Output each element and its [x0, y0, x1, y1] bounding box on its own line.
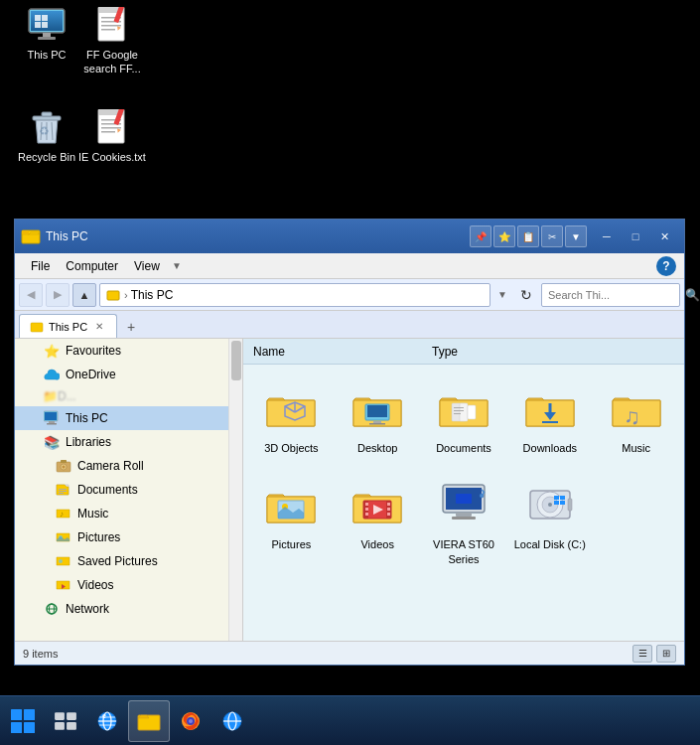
quick-pin-btn[interactable]: 📌 [470, 225, 491, 247]
sidebar-scroll-thumb[interactable] [231, 341, 241, 380]
close-button[interactable]: ✕ [650, 223, 678, 250]
svg-rect-33 [22, 230, 29, 234]
sidebar-item-onedrive[interactable]: OneDrive [15, 363, 242, 386]
menu-more-btn[interactable]: ▼ [168, 257, 186, 275]
ie-button[interactable]: e [86, 700, 128, 742]
sidebar-item-libraries[interactable]: 📚 Libraries [15, 430, 242, 454]
file-item-desktop[interactable]: Desktop [338, 372, 418, 463]
tab-label: This PC [49, 321, 87, 333]
svg-rect-47 [59, 493, 64, 494]
sidebar-item-network[interactable]: Network [15, 597, 242, 621]
svg-rect-67 [460, 403, 468, 421]
address-path[interactable]: › This PC [99, 283, 490, 307]
svg-rect-89 [387, 513, 390, 516]
sidebar-item-music[interactable]: ♪ Music [15, 502, 242, 525]
svg-rect-45 [59, 489, 67, 490]
ie-cookies-icon [92, 107, 132, 147]
desktop-icon-this-pc[interactable]: This PC [12, 5, 81, 62]
file-item-downloads[interactable]: Downloads [509, 372, 590, 463]
windows-logo-icon [9, 707, 37, 735]
ie-icon: e [95, 709, 119, 733]
task-view-icon [54, 709, 77, 733]
desktop-icon-ie-cookies-label: IE Cookies.txt [78, 150, 146, 164]
help-button[interactable]: ? [656, 256, 676, 276]
sidebar-item-this-pc[interactable]: This PC [15, 406, 242, 430]
sidebar-item-camera-roll[interactable]: Camera Roll [15, 454, 242, 478]
sidebar-item-pictures[interactable]: Pictures [15, 525, 242, 549]
desktop-icon-ie-cookies[interactable]: IE Cookies.txt [77, 107, 147, 164]
sidebar-item-documents[interactable]: Documents [15, 478, 242, 502]
file-item-pictures-label: Pictures [272, 537, 312, 551]
view-details-btn[interactable]: ☰ [632, 645, 652, 663]
minimize-button[interactable]: ─ [593, 223, 621, 250]
search-input[interactable] [548, 289, 685, 301]
file-item-desktop-label: Desktop [357, 441, 397, 455]
tab-close-btn[interactable]: ✕ [92, 320, 106, 334]
svg-rect-110 [24, 709, 35, 720]
quick-down-btn[interactable]: ▼ [565, 225, 587, 247]
sidebar-item-camera-roll-label: Camera Roll [77, 459, 144, 473]
maximize-button[interactable]: □ [622, 223, 649, 250]
svg-rect-46 [59, 491, 67, 492]
tab-this-pc[interactable]: This PC ✕ [19, 314, 117, 338]
explorer-window-icon [21, 226, 41, 246]
col-type[interactable]: Type [428, 345, 627, 359]
sidebar-item-saved-pictures[interactable]: Saved Pictures [15, 549, 242, 573]
svg-rect-64 [369, 423, 385, 425]
firefox-button[interactable] [170, 700, 211, 742]
menu-file[interactable]: File [23, 256, 58, 276]
file-explorer-taskbar-button[interactable] [128, 700, 170, 742]
sidebar-scrollbar[interactable] [228, 339, 242, 641]
explorer-window: This PC 📌 ⭐ 📋 ✂ ▼ ─ □ ✕ File Computer Vi… [14, 219, 685, 666]
new-tab-button[interactable]: + [120, 316, 142, 338]
address-bar: ◀ ▶ ▲ › This PC ▼ ↻ 🔍 [15, 279, 684, 311]
file-item-pictures[interactable]: Pictures [251, 469, 332, 574]
file-item-local-disk-label: Local Disk (C:) [514, 537, 586, 551]
view-icons-btn[interactable]: ⊞ [656, 645, 676, 663]
svg-rect-69 [454, 407, 464, 408]
ie2-button[interactable] [211, 700, 253, 742]
menu-view[interactable]: View [126, 256, 168, 276]
sidebar-item-blurred[interactable]: 📁 D... [15, 386, 242, 406]
quick-fav-btn[interactable]: ⭐ [493, 225, 515, 247]
up-button[interactable]: ▲ [72, 283, 96, 307]
sidebar-item-favourites-label: Favourites [66, 344, 121, 358]
desktop-icon-recycle-bin-label: Recycle Bin [18, 150, 75, 164]
file-item-documents[interactable]: Documents [424, 372, 504, 463]
tab-icon [30, 320, 44, 334]
this-pc-icon [27, 5, 67, 45]
quick-move-btn[interactable]: ✂ [541, 225, 563, 247]
svg-rect-39 [47, 423, 57, 425]
quick-copy-btn[interactable]: 📋 [517, 225, 539, 247]
sidebar-item-videos[interactable]: Videos [15, 573, 242, 597]
forward-button[interactable]: ▶ [46, 283, 70, 307]
folder-downloads-icon [522, 380, 578, 436]
folder-pictures-icon [263, 477, 319, 532]
desktop-icon-recycle-bin[interactable]: ♻ Recycle Bin [12, 107, 81, 164]
svg-rect-19 [42, 112, 52, 116]
search-icon[interactable]: 🔍 [685, 288, 700, 302]
svg-rect-112 [24, 722, 35, 733]
ie2-icon [220, 709, 244, 733]
file-item-viera[interactable]: VIERA ST60 Series [424, 469, 504, 574]
start-button[interactable] [0, 698, 45, 743]
ff-google-icon [92, 5, 132, 45]
sidebar-item-music-label: Music [77, 507, 108, 521]
file-item-music-label: Music [622, 441, 650, 455]
file-item-local-disk[interactable]: Local Disk (C:) [509, 469, 590, 574]
svg-rect-68 [468, 405, 476, 419]
refresh-button[interactable]: ↻ [514, 283, 538, 307]
window-controls: ─ □ ✕ [593, 223, 678, 250]
file-item-videos[interactable]: Videos [338, 469, 418, 574]
desktop-icon-ff-google[interactable]: FF Google search FF... [77, 5, 147, 76]
svg-text:♻: ♻ [39, 124, 50, 138]
menu-computer[interactable]: Computer [58, 256, 126, 276]
sidebar-item-favourites[interactable]: ⭐ Favourites [15, 339, 242, 363]
back-button[interactable]: ◀ [19, 283, 43, 307]
address-dropdown-btn[interactable]: ▼ [493, 283, 511, 307]
col-name[interactable]: Name [249, 345, 428, 359]
file-item-music[interactable]: ♫ Music [596, 372, 676, 463]
svg-rect-9 [42, 22, 48, 28]
file-item-3d-objects[interactable]: 3D Objects [251, 372, 332, 463]
task-view-button[interactable] [45, 700, 86, 742]
